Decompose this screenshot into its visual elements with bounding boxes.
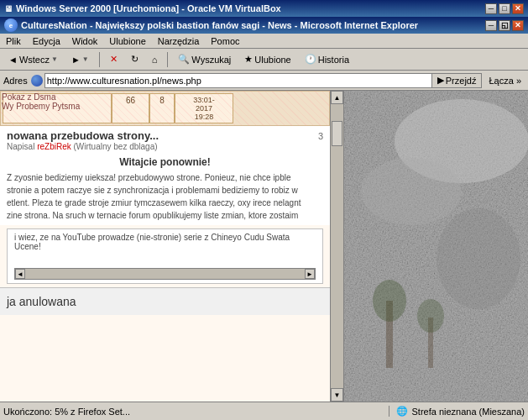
menu-edit[interactable]: Edycja [30,35,63,47]
globe-icon [31,75,43,87]
favorites-button[interactable]: ★ Ulubione [239,50,295,69]
stop-icon: ✕ [110,54,118,65]
ie-status-bar: Ukończono: 5% z Firefox Set... 🌐 Strefa … [0,402,528,420]
go-label: Przejdź [446,76,477,86]
background-svg [344,91,528,402]
favorites-icon: ★ [244,54,253,65]
scroll-track [25,269,305,279]
links-button[interactable]: Łącza » [485,76,525,86]
history-button[interactable]: 🕐 Historia [300,50,354,69]
toolbar-separator-2 [167,52,168,67]
article-header: nowana przebudowa strony... 3 [7,129,323,142]
scroll-down-btn[interactable]: ▼ [331,388,343,402]
scroll-right-btn[interactable]: ► [305,269,315,279]
menu-help[interactable]: Pomoc [208,35,242,47]
meta-napisal: Napisal [7,142,34,151]
article-section: nowana przebudowa strony... 3 Napisal re… [0,126,330,225]
close-button[interactable]: ✕ [512,3,524,14]
table-cell-date: 33:01-201719:28 [175,93,233,123]
article-number: 3 [318,131,323,141]
back-dropdown-icon[interactable]: ▼ [51,55,58,63]
body-line-2: stronie a potem raczye sie z synchroniza… [7,184,323,197]
note-line-2: Ucene! [14,242,316,251]
maximize-button[interactable]: □ [499,3,510,14]
right-panel [343,91,528,402]
address-input[interactable]: http://www.culturesnation.pl/news.php [44,73,431,88]
go-button[interactable]: ▶ Przejdź [431,73,483,88]
welcome-text: Witajcie ponownie! [7,156,323,168]
cancel-text: ja anulowana [7,295,323,308]
history-label: Historia [318,55,349,65]
ie-toolbar: ◄ Wstecz ▼ ► ▼ ✕ ↻ ⌂ 🔍 Wyszukaj ★ Ulubio… [0,49,528,71]
svg-point-3 [437,208,520,309]
menu-favorites[interactable]: Ulubione [107,35,148,47]
minimize-button[interactable]: ─ [485,3,497,14]
ie-close[interactable]: ✕ [512,20,524,31]
favorites-label: Ulubione [254,55,290,65]
menu-tools[interactable]: Narzędzia [155,35,202,47]
window-title-left: 🖥 Windows Server 2000 [Uruchomiona] - Or… [4,3,281,13]
refresh-icon: ↻ [131,54,139,65]
article-title: nowana przebudowa strony... [7,129,315,142]
history-icon: 🕐 [305,54,316,65]
back-arrow-icon: ◄ [8,55,18,65]
ie-window-controls: ─ ◱ ✕ [485,20,524,31]
overlay-line1: Pokaz z Dsma [2,92,80,102]
web-content: 66 8 33:01-201719:28 Pokaz z Dsma Wy Pro… [0,91,330,402]
ie-title-text: CulturesNation - Największy polski basti… [21,20,418,30]
scroll-up-btn[interactable]: ▲ [331,91,343,104]
body-line-4: zine strona. Na sruch w ternacie forum o… [7,209,323,222]
overlay-line2: Wy Probemy Pytsma [2,102,80,111]
refresh-button[interactable]: ↻ [126,50,144,69]
search-button[interactable]: 🔍 Wyszukaj [173,50,236,69]
ie-restore[interactable]: ◱ [499,20,510,31]
scroll-box: i wiez, ze na YouTube prowadze (nie-stro… [7,228,323,284]
window-controls: ─ □ ✕ [485,3,524,14]
table-cell-count2: 8 [149,93,175,123]
stop-button[interactable]: ✕ [105,50,123,69]
home-icon: ⌂ [152,55,158,65]
svg-point-2 [361,158,462,225]
cancel-section: ja anulowana [0,287,330,315]
address-bar-container: http://www.culturesnation.pl/news.php ▶ … [31,73,483,88]
note-line-1: i wiez, ze na YouTube prowadze (nie-stro… [14,233,316,242]
horizontal-scrollbar[interactable]: ◄ ► [14,268,316,280]
back-button[interactable]: ◄ Wstecz ▼ [3,50,63,69]
author-suffix: (Wirtualny bez dblaga) [74,142,158,151]
svg-point-5 [373,280,406,322]
zone-icon: 🌐 [396,406,408,417]
table-cell-count1: 66 [112,93,149,123]
right-panel-image [344,91,528,402]
window-title-bar: 🖥 Windows Server 2000 [Uruchomiona] - Or… [0,0,528,17]
ie-menu-bar: Plik Edycja Widok Ulubione Narzędzia Pom… [0,34,528,49]
menu-file[interactable]: Plik [3,35,24,47]
address-url: http://www.culturesnation.pl/news.php [47,76,201,86]
ie-title-left: e CulturesNation - Największy polski bas… [4,18,418,32]
toolbar-separator-1 [99,52,100,67]
article-meta: Napisal reZbiRek (Wirtualny bez dblaga) [7,142,323,151]
search-label: Wyszukaj [191,55,231,65]
body-line-1: Z zyosnie bediziemy uieksza! przebudowyw… [7,171,323,184]
forward-button[interactable]: ► ▼ [66,50,94,69]
zone-text: Strefa nieznana (Mieszana) [411,407,525,417]
home-button[interactable]: ⌂ [147,50,163,69]
svg-point-7 [417,299,444,333]
scroll-content: i wiez, ze na YouTube prowadze (nie-stro… [14,233,316,266]
scroll-left-btn[interactable]: ◄ [15,269,25,279]
ie-content-area: 66 8 33:01-201719:28 Pokaz z Dsma Wy Pro… [0,91,528,402]
menu-view[interactable]: Widok [70,35,101,47]
overlay-text: Pokaz z Dsma Wy Probemy Pytsma [2,92,80,111]
back-label: Wstecz [19,55,50,65]
author-link[interactable]: reZbiRek [37,142,71,151]
go-arrow-icon: ▶ [437,75,444,86]
scroll-thumb[interactable] [332,121,342,146]
body-line-3: etlent. Pleza te grade stroje zmiur tymc… [7,197,323,209]
forward-dropdown-icon[interactable]: ▼ [82,55,89,63]
status-zone: 🌐 Strefa nieznana (Mieszana) [389,406,525,417]
vertical-scrollbar[interactable]: ▲ ▼ [330,91,343,402]
status-text: Ukończono: 5% z Firefox Set... [3,407,130,417]
search-icon: 🔍 [178,54,190,65]
ie-minimize[interactable]: ─ [485,20,497,31]
article-body: Z zyosnie bediziemy uieksza! przebudowyw… [7,171,323,222]
ie-address-bar: Adres http://www.culturesnation.pl/news.… [0,71,528,91]
